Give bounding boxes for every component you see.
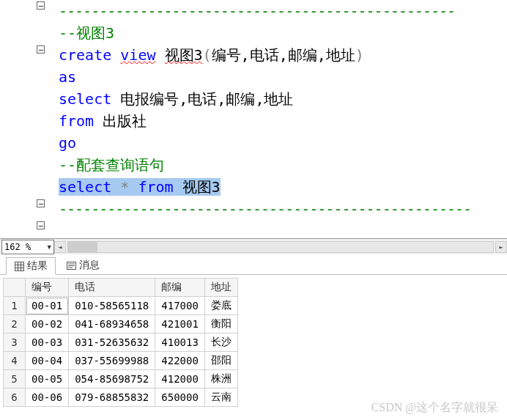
scroll-left-button[interactable]: ◄	[54, 241, 66, 253]
table-row[interactable]: 600-06079-68855832650000云南	[4, 388, 238, 407]
column-header[interactable]: 邮编	[155, 279, 205, 297]
tab-label: 结果	[27, 259, 48, 273]
cell[interactable]: 株洲	[204, 370, 237, 388]
chevron-down-icon: ▼	[48, 243, 51, 251]
row-number[interactable]: 4	[4, 352, 26, 370]
table-row[interactable]: 100-01010-58565118417000娄底	[4, 297, 238, 315]
keyword-create: create	[59, 46, 111, 64]
keyword-select: select	[59, 178, 111, 196]
corner-cell	[4, 279, 26, 297]
cell[interactable]: 00-01	[26, 297, 69, 315]
tab-results[interactable]: 结果	[6, 257, 56, 275]
tab-messages[interactable]: 消息	[59, 257, 107, 274]
results-tabs: 结果 消息	[0, 254, 507, 275]
paren-open: (	[203, 46, 212, 64]
zoom-bar: 162 % ▼ ◄ ►	[0, 238, 507, 254]
cell[interactable]: 长沙	[204, 334, 237, 352]
table-header-row: 编号电话邮编地址	[4, 279, 238, 297]
cell[interactable]: 650000	[155, 388, 205, 407]
cell[interactable]: 031-52635632	[69, 334, 155, 352]
cell[interactable]: 410013	[155, 334, 205, 352]
cell[interactable]: 054-85698752	[69, 370, 155, 388]
from-table: 出版社	[103, 112, 147, 130]
cell[interactable]: 041-68934658	[69, 315, 155, 334]
fold-gutter	[37, 0, 51, 238]
keyword-view: view	[120, 46, 155, 64]
select-columns: 电报编号,电话,邮编,地址	[120, 90, 293, 108]
cell[interactable]: 00-03	[26, 334, 69, 352]
cell[interactable]: 079-68855832	[69, 388, 155, 407]
zoom-value: 162 %	[4, 242, 31, 252]
column-header[interactable]: 地址	[204, 279, 237, 297]
cell[interactable]: 00-05	[26, 370, 69, 388]
cell[interactable]: 00-02	[26, 315, 69, 334]
cell[interactable]: 037-55699988	[69, 352, 155, 370]
divider-line: ----------------------------------------…	[59, 2, 455, 20]
cell[interactable]: 422000	[155, 352, 205, 370]
cell[interactable]: 邵阳	[204, 352, 237, 370]
cell[interactable]: 010-58565118	[69, 297, 155, 315]
scroll-thumb[interactable]	[68, 242, 97, 252]
keyword-as: as	[59, 68, 76, 86]
cell[interactable]: 421001	[155, 315, 205, 334]
column-header[interactable]: 编号	[26, 279, 69, 297]
svg-rect-0	[15, 262, 23, 270]
results-table[interactable]: 编号电话邮编地址 100-01010-58565118417000娄底200-0…	[3, 278, 238, 407]
cell[interactable]: 412000	[155, 370, 205, 388]
cell[interactable]: 云南	[204, 388, 237, 407]
row-number[interactable]: 1	[4, 297, 26, 315]
row-number[interactable]: 2	[4, 315, 26, 334]
column-header[interactable]: 电话	[69, 279, 155, 297]
fold-toggle[interactable]	[37, 45, 45, 54]
scroll-right-button[interactable]: ►	[495, 241, 507, 253]
table-row[interactable]: 200-02041-68934658421001衡阳	[4, 315, 238, 334]
table-row[interactable]: 300-03031-52635632410013长沙	[4, 334, 238, 352]
code-editor[interactable]: ----------------------------------------…	[0, 0, 507, 238]
keyword-go: go	[59, 134, 76, 152]
tab-label: 消息	[79, 259, 100, 272]
keyword-from: from	[138, 178, 173, 196]
cell[interactable]: 衡阳	[204, 315, 237, 334]
view-name: 视图3	[165, 46, 203, 64]
table-row[interactable]: 400-04037-55699988422000邵阳	[4, 352, 238, 370]
grid-icon	[14, 261, 24, 271]
keyword-from: from	[59, 112, 94, 130]
row-number[interactable]: 5	[4, 370, 26, 388]
comment-text: --视图3	[59, 24, 114, 42]
cell[interactable]: 417000	[155, 297, 205, 315]
horizontal-scrollbar[interactable]	[67, 241, 494, 253]
keyword-select: select	[59, 90, 111, 108]
fold-toggle[interactable]	[37, 221, 45, 229]
paren-close: )	[355, 46, 364, 64]
zoom-dropdown[interactable]: 162 % ▼	[1, 240, 54, 254]
fold-toggle[interactable]	[37, 199, 45, 207]
cell[interactable]: 00-06	[26, 388, 69, 407]
results-grid: 编号电话邮编地址 100-01010-58565118417000娄底200-0…	[0, 275, 507, 407]
row-number[interactable]: 3	[4, 334, 26, 352]
cell[interactable]: 娄底	[204, 297, 237, 315]
selection: select * from 视图3	[59, 178, 221, 196]
table-row[interactable]: 500-05054-85698752412000株洲	[4, 370, 238, 388]
divider-line: ----------------------------------------…	[59, 200, 471, 218]
comment-text: --配套查询语句	[59, 156, 164, 174]
message-icon	[66, 260, 76, 270]
cell[interactable]: 00-04	[26, 352, 69, 370]
column-list: 编号,电话,邮编,地址	[212, 46, 355, 64]
query-target: 视图3	[182, 178, 221, 196]
row-number[interactable]: 6	[4, 388, 26, 407]
fold-toggle[interactable]	[37, 1, 45, 10]
